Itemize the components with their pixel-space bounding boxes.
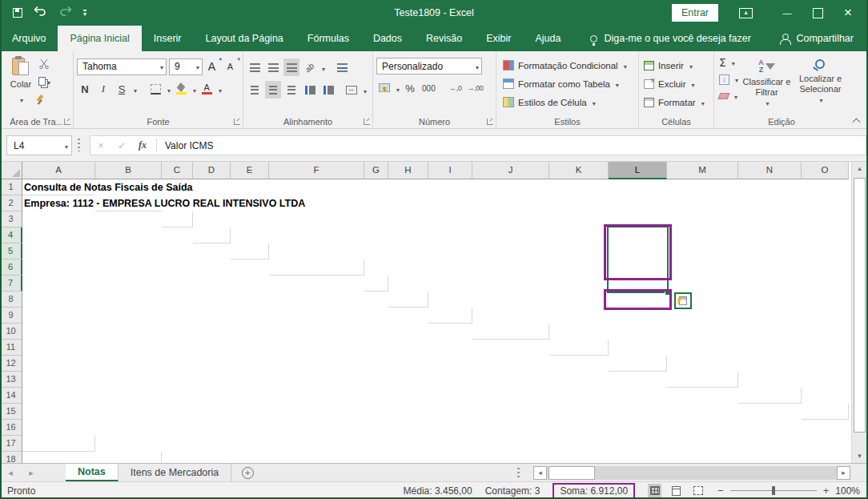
col-header-D[interactable]: D xyxy=(193,162,231,179)
quick-analysis-button[interactable] xyxy=(674,292,692,309)
font-color-button[interactable]: A xyxy=(199,80,215,98)
row-header-6[interactable]: 6 xyxy=(0,260,22,276)
align-bottom-button[interactable] xyxy=(283,58,299,76)
enter-formula-icon[interactable]: ✓ xyxy=(111,140,132,151)
number-dialog-launcher-icon[interactable] xyxy=(487,119,493,125)
paste-button[interactable]: Colar xyxy=(3,54,38,115)
col-header-K[interactable]: K xyxy=(549,162,609,179)
cell-N1[interactable] xyxy=(738,388,802,404)
formula-input[interactable]: Valor ICMS xyxy=(160,140,213,151)
sheet-nav-left-icon[interactable]: ◂ xyxy=(0,464,21,481)
row-header-15[interactable]: 15 xyxy=(0,404,22,420)
row-header-1[interactable]: 1 xyxy=(0,179,22,195)
sheet-tab-notas[interactable]: Notas xyxy=(66,464,119,481)
new-sheet-button[interactable] xyxy=(231,464,263,481)
cell-H1[interactable] xyxy=(388,292,428,308)
customize-qat-icon[interactable]: ▾ xyxy=(83,10,86,17)
zoom-out-button[interactable] xyxy=(717,485,724,497)
cancel-formula-icon[interactable]: × xyxy=(90,140,111,151)
fill-button[interactable] xyxy=(719,72,738,87)
font-dialog-launcher-icon[interactable] xyxy=(234,119,240,125)
conditional-formatting-button[interactable]: Formatação Condicional xyxy=(503,57,635,74)
scroll-left-icon[interactable]: ◂ xyxy=(533,466,547,480)
format-painter-button[interactable] xyxy=(38,91,50,104)
borders-button[interactable] xyxy=(147,80,163,98)
cell-styles-button[interactable]: Estilos de Célula xyxy=(503,94,635,111)
cell-E1[interactable] xyxy=(231,243,269,260)
scroll-up-icon[interactable]: ▴ xyxy=(852,162,867,175)
tab-ajuda[interactable]: Ajuda xyxy=(523,26,573,51)
row-header-16[interactable]: 16 xyxy=(0,420,22,436)
align-center-button[interactable] xyxy=(265,81,281,99)
row-header-2[interactable]: 2 xyxy=(0,195,22,211)
col-header-L[interactable]: L xyxy=(609,162,667,179)
clipboard-dialog-launcher-icon[interactable] xyxy=(64,119,70,125)
page-layout-view-button[interactable] xyxy=(669,484,683,497)
save-icon[interactable] xyxy=(13,8,22,18)
vertical-scrollbar[interactable]: ▴ ▾ xyxy=(851,162,866,463)
cell-K1[interactable] xyxy=(549,340,609,356)
percent-style-button[interactable]: % xyxy=(402,79,418,97)
find-select-button[interactable]: Localizar e Selecionar xyxy=(795,54,846,115)
orientation-button[interactable]: ab xyxy=(302,58,318,76)
col-header-A[interactable]: A xyxy=(22,162,95,179)
row-header-14[interactable]: 14 xyxy=(0,388,22,404)
col-header-J[interactable]: J xyxy=(472,162,549,179)
col-header-H[interactable]: H xyxy=(388,162,428,179)
row-header-7[interactable]: 7 xyxy=(0,276,22,292)
col-header-B[interactable]: B xyxy=(95,162,162,179)
increase-decimal-button[interactable]: ←,0 xyxy=(448,79,464,97)
page-break-view-button[interactable] xyxy=(691,484,705,497)
shrink-font-button[interactable]: A xyxy=(223,58,239,75)
maximize-button[interactable] xyxy=(806,0,830,26)
selection-fill-handle[interactable] xyxy=(665,290,670,296)
col-header-N[interactable]: N xyxy=(738,162,802,179)
col-header-G[interactable]: G xyxy=(364,162,388,179)
cell-D1[interactable] xyxy=(193,227,231,243)
increase-indent-button[interactable] xyxy=(320,81,336,99)
select-all-corner[interactable] xyxy=(0,162,22,179)
horizontal-scroll-thumb[interactable] xyxy=(549,466,595,480)
tab-exibir[interactable]: Exibir xyxy=(474,26,523,51)
cut-button[interactable] xyxy=(38,58,50,70)
undo-icon[interactable] xyxy=(34,6,47,20)
cell-B1[interactable] xyxy=(95,195,162,211)
normal-view-button[interactable] xyxy=(648,484,661,497)
row-header-18[interactable]: 18 xyxy=(0,452,22,463)
cell-M1[interactable] xyxy=(667,372,738,388)
align-right-button[interactable] xyxy=(283,81,299,99)
row-header-17[interactable]: 17 xyxy=(0,436,22,452)
borders-dropdown-icon[interactable] xyxy=(166,82,171,96)
scroll-right-icon[interactable]: ▸ xyxy=(837,466,850,480)
zoom-slider-thumb[interactable] xyxy=(772,486,775,495)
clear-button[interactable] xyxy=(719,89,738,103)
row-header-13[interactable]: 13 xyxy=(0,372,22,388)
sheet-nav-right-icon[interactable]: ▸ xyxy=(21,464,42,481)
sort-filter-button[interactable]: AZ Classificar e Filtrar xyxy=(741,54,792,115)
underline-button[interactable]: S xyxy=(114,80,130,98)
horizontal-scrollbar[interactable]: ◂ ▸ xyxy=(533,466,850,480)
col-header-F[interactable]: F xyxy=(269,162,364,179)
share-button[interactable]: Compartilhar xyxy=(780,26,854,51)
insert-function-button[interactable]: fx xyxy=(132,139,153,151)
tab-layout-da-pagina[interactable]: Layout da Página xyxy=(193,26,295,51)
scroll-down-icon[interactable]: ▾ xyxy=(852,449,867,463)
tab-arquivo[interactable]: Arquivo xyxy=(0,26,58,51)
close-button[interactable] xyxy=(836,0,860,26)
ribbon-display-options-icon[interactable] xyxy=(739,8,753,18)
delete-cells-button[interactable]: Excluir xyxy=(644,75,710,92)
cell-L1[interactable] xyxy=(609,356,667,372)
fill-color-dropdown-icon[interactable] xyxy=(191,82,196,96)
cell-J1[interactable] xyxy=(472,324,549,340)
italic-button[interactable]: I xyxy=(95,80,111,98)
tab-formulas[interactable]: Fórmulas xyxy=(295,26,361,51)
merge-center-button[interactable] xyxy=(344,81,360,99)
col-header-C[interactable]: C xyxy=(162,162,193,179)
wrap-text-button[interactable] xyxy=(334,58,350,76)
tab-dados[interactable]: Dados xyxy=(361,26,414,51)
cell-G1[interactable] xyxy=(364,276,388,292)
format-cells-button[interactable]: Formatar xyxy=(644,94,710,111)
col-header-E[interactable]: E xyxy=(231,162,269,179)
zoom-in-button[interactable] xyxy=(823,485,830,497)
row-header-5[interactable]: 5 xyxy=(0,243,22,260)
